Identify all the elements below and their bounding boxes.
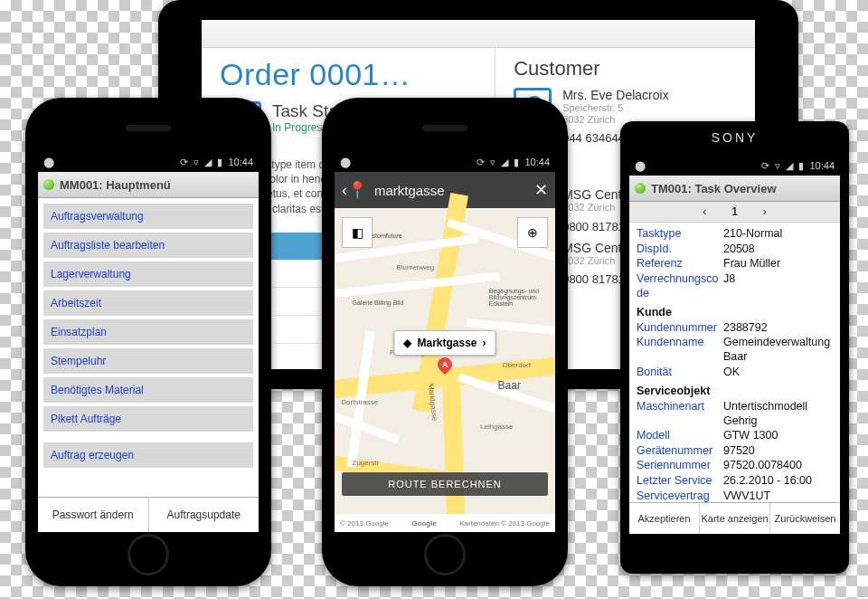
clear-icon[interactable]: ✕ [534, 180, 548, 200]
sony-logo: SONY [620, 130, 849, 145]
notif-icon: ⬤ [635, 160, 646, 172]
field-label: Referenz [637, 257, 723, 271]
city-label: Baar [498, 379, 521, 392]
wifi-icon: ▿ [490, 157, 495, 168]
signal-icon: ◢ [786, 160, 793, 172]
map-footer: © 2013 Google Google Kartendaten © 2013 … [335, 514, 555, 532]
customer-heading: Customer [514, 57, 739, 81]
sync-icon: ⟳ [761, 160, 769, 172]
map-searchbar[interactable]: ‹📍 marktgasse ✕ [335, 172, 555, 208]
field-label: Kundennummer [637, 321, 723, 336]
detail-list: Tasktype210-Normal DispId.20508 Referenz… [629, 223, 840, 534]
field-value: 210-Normal [723, 227, 782, 242]
map-canvas[interactable]: Blumenweg customfuture Galerie Billing B… [335, 208, 555, 514]
field-value: Frau Müller [723, 257, 780, 271]
reject-button[interactable]: Zurückweisen [770, 503, 840, 534]
field-value: 97520 [723, 444, 755, 459]
home-button[interactable] [424, 534, 466, 575]
map-copyright: © 2013 Google [340, 519, 389, 528]
field-label: DispId. [637, 242, 723, 257]
layers-button[interactable]: ◧ [342, 217, 373, 248]
order-title: Order 0001… [220, 57, 478, 92]
password-change-button[interactable]: Passwort ändern [38, 498, 149, 532]
accept-button[interactable]: Akzeptieren [629, 503, 700, 534]
phone-map-frame: ⬤ ⟳ ▿ ◢ ▮ 10:44 ‹📍 marktgasse ✕ [322, 98, 568, 586]
signal-icon: ◢ [204, 157, 212, 168]
android-statusbar: ⬤ ⟳ ▿ ◢ ▮ 10:44 [629, 156, 840, 176]
field-label: Tasktype [637, 227, 723, 242]
bottom-bar: Passwort ändern Auftragsupdate [38, 497, 259, 532]
search-text: marktgasse [374, 183, 445, 198]
map-pin-icon[interactable]: A [438, 357, 452, 379]
field-label: Gerätenummer [637, 444, 723, 459]
menu-item[interactable]: Auftragsliste bearbeiten [43, 233, 253, 258]
menu-item[interactable]: Auftrag erzeugen [43, 442, 253, 468]
phone-details-frame: SONY ⬤ ⟳ ▿ ◢ ▮ 10:44 TM001: Task Overvie… [620, 121, 849, 574]
map-data-copyright: Kartendaten © 2013 Google [459, 519, 550, 528]
phone-menu-screen: ⬤ ⟳ ▿ ◢ ▮ 10:44 MM001: Hauptmenü Auftrag… [38, 152, 259, 532]
field-label: Kundenname [637, 336, 723, 350]
phone-map-screen: ⬤ ⟳ ▿ ◢ ▮ 10:44 ‹📍 marktgasse ✕ [335, 152, 555, 532]
bottom-bar: Akzeptieren Karte anzeigen Zurückweisen [629, 502, 840, 534]
street-label: Blumenweg [396, 263, 434, 271]
notif-icon: ⬤ [340, 157, 351, 168]
wifi-icon: ▿ [193, 157, 199, 168]
pager: ‹ 1 › [629, 202, 840, 223]
place-name: Marktgasse [417, 337, 476, 349]
sync-icon: ⟳ [180, 157, 188, 168]
back-icon[interactable]: ‹📍 [342, 180, 367, 200]
directions-icon: ◆ [403, 337, 411, 349]
field-value: 26.2.2010 - 16:00 [723, 474, 812, 489]
sync-icon: ⟳ [476, 157, 485, 168]
field-label: Bonität [637, 366, 723, 380]
section-heading: Serviceobjekt [637, 385, 710, 399]
android-statusbar: ⬤ ⟳ ▿ ◢ ▮ 10:44 [335, 152, 555, 172]
my-location-button[interactable]: ⊕ [517, 217, 548, 248]
field-value: Untertischmodell Gehrig [723, 400, 833, 428]
menu-item[interactable]: Auftragsverwaltung [43, 204, 253, 229]
field-label: Verrechnungscode [637, 272, 723, 300]
place-chip[interactable]: ◆ Marktgasse › [393, 330, 495, 356]
notif-icon: ⬤ [43, 157, 54, 168]
field-label: Seriennummer [637, 459, 723, 473]
street-label: Leihgasse [480, 423, 513, 431]
chevron-right-icon: › [483, 337, 486, 349]
show-map-button[interactable]: Karte anzeigen [700, 503, 770, 534]
field-label: Maschinenart [637, 400, 723, 414]
app-status-dot-icon [635, 183, 646, 194]
customer-name: Mrs. Eve Delacroix [562, 88, 668, 102]
screen-title: MM001: Hauptmenü [60, 178, 171, 192]
app-status-dot-icon [43, 179, 54, 190]
field-value: 2388792 [723, 321, 768, 336]
menu-item[interactable]: Arbeitszeit [43, 290, 253, 316]
phone-menu-frame: ⬤ ⟳ ▿ ◢ ▮ 10:44 MM001: Hauptmenü Auftrag… [25, 98, 271, 586]
pager-prev[interactable]: ‹ [703, 205, 706, 218]
battery-icon: ▮ [514, 157, 519, 168]
section-heading: Kunde [637, 306, 672, 320]
field-value: 20508 [723, 242, 755, 257]
field-label: Letzter Service [637, 474, 723, 489]
field-label: Modell [637, 429, 723, 443]
customer-addr1: Speicherstr. 5 [562, 102, 668, 114]
street-label: Marktgasse [427, 383, 439, 421]
android-statusbar: ⬤ ⟳ ▿ ◢ ▮ 10:44 [38, 152, 259, 172]
menu-item[interactable]: Lagerverwaltung [43, 261, 253, 287]
poi-label: Galerie Billing Bild [353, 300, 404, 306]
field-value: OK [723, 366, 740, 380]
home-button[interactable] [127, 534, 169, 575]
pager-next[interactable]: › [763, 205, 767, 218]
menu-item[interactable]: Pikett Aufträge [43, 406, 253, 432]
phone-speaker [126, 125, 171, 131]
route-button[interactable]: ROUTE BERECHNEN [342, 472, 548, 496]
phone-details-screen: ⬤ ⟳ ▿ ◢ ▮ 10:44 TM001: Task Overview ‹ 1… [629, 156, 840, 534]
menu-item[interactable]: Benötigtes Material [43, 377, 253, 403]
poi-label: Begegnungs- und Bildungszentrum Eckstein [489, 288, 549, 307]
menu-item[interactable]: Einsatzplan [43, 319, 253, 345]
statusbar-time: 10:44 [524, 157, 550, 167]
phone-speaker [422, 125, 467, 131]
field-value: Gemeindeverwaltung Baar [723, 336, 833, 364]
order-update-button[interactable]: Auftragsupdate [149, 498, 259, 532]
field-value: 97520.0078400 [723, 459, 802, 473]
field-value: VWV1UT [723, 490, 770, 504]
menu-item[interactable]: Stempeluhr [43, 348, 253, 374]
